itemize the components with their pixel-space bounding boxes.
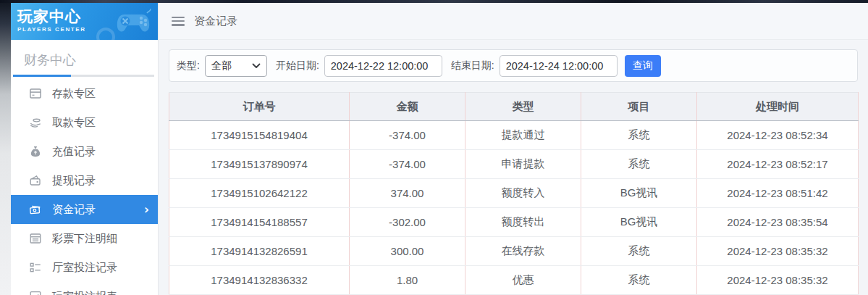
hamburger-menu-icon[interactable] xyxy=(172,17,185,26)
deposit-zone-icon xyxy=(29,87,42,100)
main-panel: 资金记录 类型: 全部 开始日期: 结束日期: 查询 xyxy=(159,3,868,295)
query-button[interactable]: 查询 xyxy=(625,55,661,77)
cell-order-no: 1734914132836332 xyxy=(169,266,350,295)
logo-banner: 玩家中心 PLAYERS CENTER xyxy=(11,3,158,40)
cell-type: 额度转入 xyxy=(465,179,581,208)
cell-processed-time: 2024-12-23 08:35:32 xyxy=(697,266,859,295)
cell-amount: -374.00 xyxy=(350,150,465,179)
start-date-label: 开始日期: xyxy=(276,59,319,72)
type-select-value: 全部 xyxy=(211,59,252,72)
chevron-right-icon: › xyxy=(144,204,149,216)
recharge-record-icon xyxy=(29,145,42,158)
cell-project: BG视讯 xyxy=(581,208,697,237)
end-date-input[interactable] xyxy=(500,55,618,77)
cell-project: BG视讯 xyxy=(581,179,697,208)
sidebar-item-4[interactable]: 资金记录› xyxy=(11,195,158,224)
cell-project: 系统 xyxy=(581,266,697,295)
table-row: 1734914154188557-302.00额度转出BG视讯2024-12-2… xyxy=(169,208,859,237)
cell-order-no: 1734915102642122 xyxy=(169,179,350,208)
table-row: 1734915154819404-374.00提款通过系统2024-12-23 … xyxy=(169,121,859,150)
cell-processed-time: 2024-12-23 08:35:32 xyxy=(697,237,859,266)
sidebar-item-5[interactable]: 彩票下注明细 xyxy=(11,224,158,253)
cell-type: 提款通过 xyxy=(465,121,581,150)
sidebar-item-label: 提现记录 xyxy=(52,174,96,188)
cell-type: 在线存款 xyxy=(465,237,581,266)
table-row: 1734914132826591300.00在线存款系统2024-12-23 0… xyxy=(169,237,859,266)
end-date-label: 结束日期: xyxy=(451,59,494,72)
page-background-top xyxy=(0,0,868,3)
cell-type: 额度转出 xyxy=(465,208,581,237)
column-header: 类型 xyxy=(465,93,581,121)
chevron-down-icon xyxy=(252,63,261,69)
sidebar-item-7[interactable]: 玩家投注报表 xyxy=(11,282,158,295)
sidebar-item-label: 资金记录 xyxy=(52,203,96,217)
type-select[interactable]: 全部 xyxy=(205,55,267,77)
cell-type: 申请提款 xyxy=(465,150,581,179)
sidebar-item-label: 彩票下注明细 xyxy=(52,232,117,246)
sidebar-item-0[interactable]: 存款专区 xyxy=(11,79,158,108)
sidebar-item-label: 充值记录 xyxy=(52,145,96,159)
sidebar-item-label: 玩家投注报表 xyxy=(52,290,117,295)
cell-amount: -302.00 xyxy=(350,208,465,237)
sidebar-item-3[interactable]: 提现记录 xyxy=(11,166,158,195)
cell-amount: 300.00 xyxy=(350,237,465,266)
cell-project: 系统 xyxy=(581,121,697,150)
cell-order-no: 1734915137890974 xyxy=(169,150,350,179)
sidebar-item-label: 厅室投注记录 xyxy=(52,261,117,275)
type-label: 类型: xyxy=(177,59,200,72)
withdraw-zone-icon xyxy=(29,116,42,129)
cell-type: 优惠 xyxy=(465,266,581,295)
table-header-row: 订单号金额类型项目处理时间 xyxy=(169,93,859,121)
cell-processed-time: 2024-12-23 08:52:34 xyxy=(697,121,859,150)
cell-amount: -374.00 xyxy=(350,121,465,150)
sidebar-item-label: 取款专区 xyxy=(52,116,96,130)
cell-order-no: 1734914132826591 xyxy=(169,237,350,266)
sidebar-menu: 存款专区 取款专区 充值记录 提现记录 资金记录› 彩票下注明细 厅室投注记录 … xyxy=(11,79,158,295)
cell-processed-time: 2024-12-23 08:52:17 xyxy=(697,150,859,179)
table-row: 17349141328363321.80优惠系统2024-12-23 08:35… xyxy=(169,266,859,295)
page-background-left xyxy=(0,0,11,295)
column-header: 项目 xyxy=(581,93,697,121)
topbar: 资金记录 xyxy=(159,3,868,40)
sidebar-item-6[interactable]: 厅室投注记录 xyxy=(11,253,158,282)
column-header: 处理时间 xyxy=(697,93,859,121)
section-divider xyxy=(13,75,154,77)
sidebar-item-2[interactable]: 充值记录 xyxy=(11,137,158,166)
sidebar: 玩家中心 PLAYERS CENTER 财务中心 存款专区 取款专区 充值记录 … xyxy=(11,3,159,295)
cell-order-no: 1734914154188557 xyxy=(169,208,350,237)
column-header: 金额 xyxy=(350,93,465,121)
sidebar-item-1[interactable]: 取款专区 xyxy=(11,108,158,137)
cell-processed-time: 2024-12-23 08:51:42 xyxy=(697,179,859,208)
cell-processed-time: 2024-12-23 08:35:54 xyxy=(697,208,859,237)
cell-amount: 374.00 xyxy=(350,179,465,208)
column-header: 订单号 xyxy=(169,93,350,121)
start-date-input[interactable] xyxy=(324,55,442,77)
content-area: 类型: 全部 开始日期: 结束日期: 查询 订单号金额类型项目处理时间 xyxy=(159,49,868,295)
breadcrumb: 资金记录 xyxy=(194,14,237,28)
table-row: 1734915137890974-374.00申请提款系统2024-12-23 … xyxy=(169,150,859,179)
sidebar-section-title: 财务中心 xyxy=(24,51,158,69)
filter-bar: 类型: 全部 开始日期: 结束日期: 查询 xyxy=(169,49,858,82)
table-row: 1734915102642122374.00额度转入BG视讯2024-12-23… xyxy=(169,179,859,208)
sidebar-item-label: 存款专区 xyxy=(52,87,96,101)
gamepad-icon xyxy=(115,7,154,37)
fund-record-icon xyxy=(29,203,42,216)
cell-project: 系统 xyxy=(581,237,697,266)
cell-project: 系统 xyxy=(581,150,697,179)
cell-order-no: 1734915154819404 xyxy=(169,121,350,150)
cell-amount: 1.80 xyxy=(350,266,465,295)
withdrawal-record-icon xyxy=(29,174,42,187)
records-table: 订单号金额类型项目处理时间 1734915154819404-374.00提款通… xyxy=(169,92,859,295)
app-window: 玩家中心 PLAYERS CENTER 财务中心 存款专区 取款专区 充值记录 … xyxy=(0,0,868,295)
player-bet-report-icon xyxy=(29,290,42,295)
lottery-bet-detail-icon xyxy=(29,232,42,245)
hall-bet-record-icon xyxy=(29,261,42,274)
